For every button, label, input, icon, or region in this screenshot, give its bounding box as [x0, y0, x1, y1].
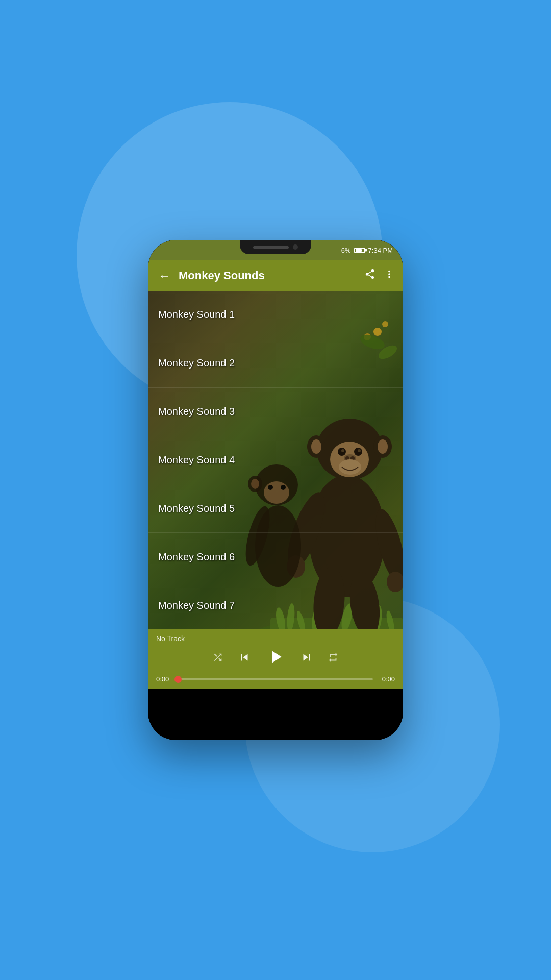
sound-item-label-4: Monkey Sound 4: [158, 454, 235, 466]
notch-bar: [253, 246, 289, 249]
back-button[interactable]: ←: [156, 266, 172, 285]
shuffle-button[interactable]: [212, 652, 223, 666]
sound-item-6[interactable]: Monkey Sound 6: [148, 533, 403, 581]
sound-item-label-6: Monkey Sound 6: [158, 551, 235, 563]
toolbar-icons: [364, 268, 395, 283]
player-bar: No Track: [148, 629, 403, 689]
battery-fill: [356, 249, 362, 252]
sound-item-2[interactable]: Monkey Sound 2: [148, 339, 403, 388]
front-camera: [293, 244, 298, 250]
more-options-button[interactable]: [384, 268, 395, 283]
time-display: 7:34 PM: [368, 247, 393, 254]
play-button[interactable]: [265, 647, 286, 671]
sound-item-label-5: Monkey Sound 5: [158, 503, 235, 514]
notch: [240, 240, 311, 254]
sound-list: Monkey Sound 1Monkey Sound 2Monkey Sound…: [148, 291, 403, 629]
app-content: ← Monkey Sounds: [148, 260, 403, 740]
status-icons: 6% 7:34 PM: [341, 247, 393, 254]
sound-item-3[interactable]: Monkey Sound 3: [148, 388, 403, 436]
next-button[interactable]: [300, 651, 313, 667]
previous-button[interactable]: [238, 651, 251, 667]
progress-bar-container[interactable]: 0:00 0:00: [156, 675, 395, 683]
phone-frame: 6% 7:34 PM ← Monkey Sounds: [148, 240, 403, 740]
sound-item-4[interactable]: Monkey Sound 4: [148, 436, 403, 485]
battery-icon: [354, 248, 365, 253]
player-controls: [156, 647, 395, 671]
time-total: 0:00: [377, 675, 395, 683]
progress-track[interactable]: [178, 678, 373, 680]
bottom-nav-area: [148, 689, 403, 740]
sound-item-7[interactable]: Monkey Sound 7: [148, 581, 403, 629]
progress-dot: [174, 676, 182, 683]
sound-item-label-1: Monkey Sound 1: [158, 309, 235, 321]
phone-screen: 6% 7:34 PM ← Monkey Sounds: [148, 240, 403, 740]
current-track: No Track: [156, 634, 395, 643]
battery-percent: 6%: [341, 247, 351, 254]
sound-item-5[interactable]: Monkey Sound 5: [148, 484, 403, 533]
sound-item-label-7: Monkey Sound 7: [158, 600, 235, 611]
page-title: Monkey Sounds: [179, 269, 358, 282]
repeat-button[interactable]: [328, 652, 339, 666]
time-current: 0:00: [156, 675, 174, 683]
sound-item-1[interactable]: Monkey Sound 1: [148, 291, 403, 339]
sound-list-area: Monkey Sound 1Monkey Sound 2Monkey Sound…: [148, 291, 403, 629]
share-button[interactable]: [364, 268, 375, 283]
sound-item-label-3: Monkey Sound 3: [158, 406, 235, 418]
sound-item-label-2: Monkey Sound 2: [158, 357, 235, 369]
toolbar: ← Monkey Sounds: [148, 260, 403, 291]
